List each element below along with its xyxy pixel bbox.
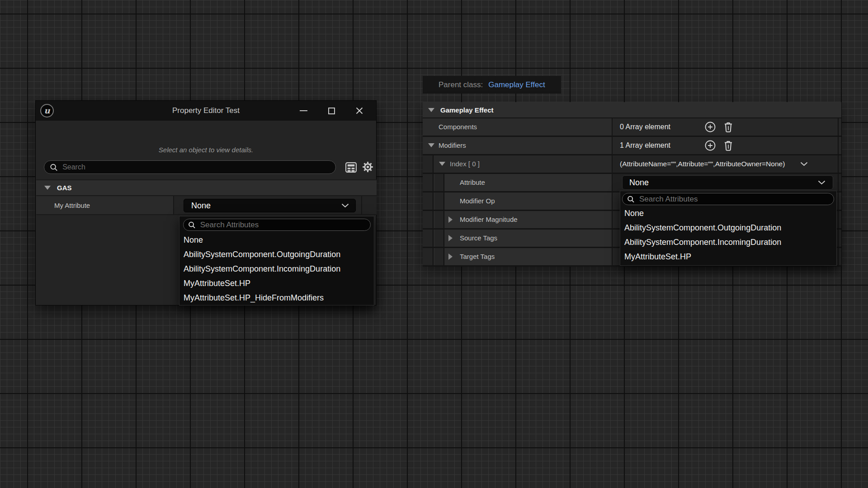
row-index-0: Index [ 0 ] (AttributeName="",Attribute=…: [423, 155, 841, 173]
window-controls: [289, 101, 373, 121]
search-icon: [627, 195, 635, 203]
attribute-option[interactable]: MyAttributeSet.HP: [179, 276, 374, 291]
attribute-option[interactable]: AbilitySystemComponent.IncomingDuration: [620, 235, 836, 249]
close-icon: [355, 107, 363, 115]
chevron-down-icon: [818, 180, 826, 185]
attribute-option[interactable]: None: [179, 233, 374, 247]
row-label-cell[interactable]: Source Tags: [423, 230, 612, 247]
parent-class-bar: Parent class: Gameplay Effect: [423, 76, 561, 94]
chevron-down-icon: [341, 203, 349, 208]
indent-guide: [434, 230, 444, 247]
category-gas[interactable]: GAS: [36, 179, 377, 196]
array-count: 0 Array element: [620, 118, 670, 136]
chevron-collapsed-icon[interactable]: [448, 216, 453, 223]
category-label: Gameplay Effect: [440, 106, 494, 114]
dropdown-search-input[interactable]: [200, 221, 366, 230]
row-attribute: Attribute None: [423, 174, 841, 191]
row-components: Components 0 Array element: [423, 118, 841, 136]
row-value-cell: (AttributeName="",Attribute="",Attribute…: [613, 155, 841, 173]
combobox-value: None: [629, 178, 649, 188]
row-label-cell[interactable]: Index [ 0 ]: [423, 155, 612, 173]
minimize-icon: [300, 110, 307, 111]
chevron-collapsed-icon[interactable]: [448, 253, 453, 260]
indent-guide: [423, 174, 434, 191]
row-label-cell[interactable]: Components: [423, 118, 612, 136]
close-button[interactable]: [345, 101, 373, 121]
dropdown-search-input[interactable]: [639, 195, 829, 204]
chevron-expanded-icon[interactable]: [439, 162, 445, 166]
row-label-cell[interactable]: Modifier Op: [423, 192, 612, 210]
column-divider: [361, 196, 362, 214]
row-label-cell[interactable]: Modifier Magnitude: [423, 211, 612, 228]
parent-class-label: Parent class:: [439, 80, 483, 89]
row-label-cell[interactable]: Modifiers: [423, 137, 612, 154]
window-titlebar[interactable]: Property Editor Test: [36, 101, 376, 121]
attribute-picker-dropdown: None AbilitySystemComponent.OutgoingDura…: [620, 191, 837, 266]
indent-guide: [423, 211, 434, 228]
attribute-option[interactable]: AbilitySystemComponent.OutgoingDuration: [179, 247, 374, 262]
struct-preview-value: (AttributeName="",Attribute="",Attribute…: [620, 155, 785, 173]
search-field[interactable]: [44, 160, 336, 174]
category-label: GAS: [57, 184, 72, 192]
row-value-cell: 1 Array element: [613, 137, 841, 154]
chevron-expanded-icon: [428, 108, 434, 112]
indent-guide: [434, 248, 444, 265]
row-label-cell[interactable]: Target Tags: [423, 248, 612, 265]
chevron-expanded-icon: [44, 186, 51, 190]
my-attribute-combobox[interactable]: None: [184, 199, 356, 212]
settings-gear-icon[interactable]: [361, 160, 374, 174]
minimize-button[interactable]: [289, 101, 317, 121]
delete-element-icon[interactable]: [722, 140, 734, 151]
property-row-my-attribute: My Attribute None: [36, 196, 377, 215]
search-input[interactable]: [62, 163, 331, 171]
add-element-icon[interactable]: [704, 140, 716, 151]
attribute-picker-dropdown: None AbilitySystemComponent.OutgoingDura…: [179, 216, 374, 305]
chevron-collapsed-icon[interactable]: [448, 235, 453, 241]
indent-guide: [423, 248, 434, 265]
property-value-cell: None: [173, 196, 377, 215]
parent-class-link[interactable]: Gameplay Effect: [488, 80, 545, 89]
combobox-value: None: [191, 201, 211, 211]
chevron-down-icon[interactable]: [800, 162, 808, 166]
search-icon: [188, 221, 196, 229]
display-mode-icon[interactable]: [345, 161, 357, 174]
attribute-option[interactable]: MyAttributeSet.HP_HideFromModifiers: [179, 291, 374, 305]
array-count: 1 Array element: [620, 137, 670, 154]
attribute-option[interactable]: None: [620, 206, 836, 221]
indent-guide: [423, 155, 434, 173]
row-value-cell: 0 Array element: [613, 118, 841, 136]
maximize-button[interactable]: [317, 101, 345, 121]
indent-guide: [423, 192, 434, 210]
blueprint-grid-canvas[interactable]: Property Editor Test Select an object to…: [0, 0, 868, 488]
property-label[interactable]: My Attribute: [36, 196, 173, 215]
scrollbar-gutter[interactable]: [838, 117, 839, 267]
attribute-option[interactable]: AbilitySystemComponent.IncomingDuration: [179, 262, 374, 276]
dropdown-search-field[interactable]: [622, 193, 834, 205]
maximize-icon: [328, 108, 335, 114]
property-editor-window: Property Editor Test Select an object to…: [35, 100, 377, 305]
indent-guide: [434, 174, 444, 191]
indent-guide: [434, 211, 444, 228]
add-element-icon[interactable]: [704, 121, 716, 133]
row-label-cell[interactable]: Attribute: [423, 174, 612, 191]
delete-element-icon[interactable]: [722, 121, 734, 133]
indent-guide: [423, 230, 434, 247]
dropdown-search-field[interactable]: [183, 219, 371, 231]
search-icon: [50, 163, 58, 172]
attribute-option[interactable]: AbilitySystemComponent.OutgoingDuration: [620, 221, 836, 235]
attribute-combobox[interactable]: None: [622, 175, 833, 190]
details-hint-text: Select an object to view details.: [36, 146, 376, 154]
chevron-expanded-icon[interactable]: [428, 143, 434, 147]
attribute-option[interactable]: MyAttributeSet.HP: [620, 249, 836, 264]
row-value-cell: None: [613, 174, 841, 191]
indent-guide: [434, 192, 444, 210]
row-modifiers: Modifiers 1 Array element: [423, 137, 841, 154]
category-gameplay-effect[interactable]: Gameplay Effect: [423, 102, 841, 117]
